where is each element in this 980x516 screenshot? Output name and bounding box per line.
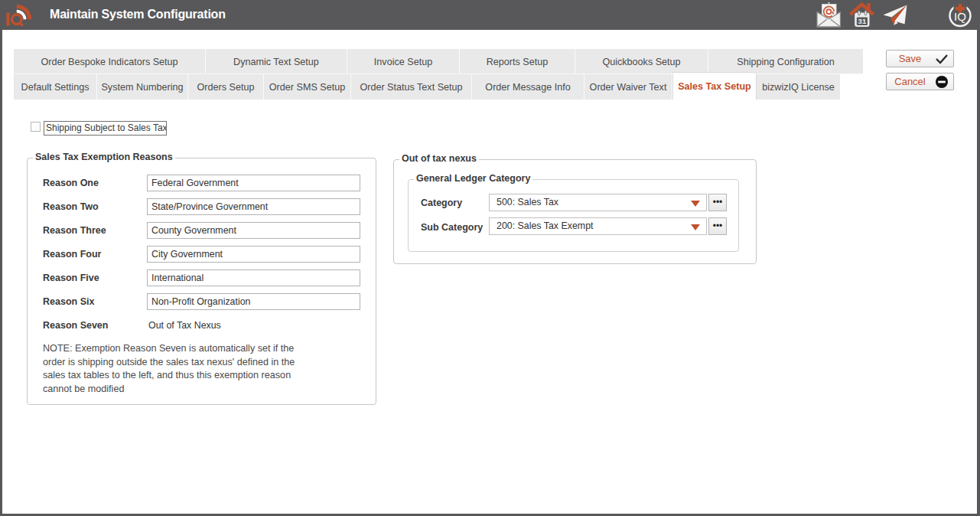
svg-text:IQ: IQ	[954, 10, 966, 23]
svg-text:31: 31	[858, 17, 867, 25]
